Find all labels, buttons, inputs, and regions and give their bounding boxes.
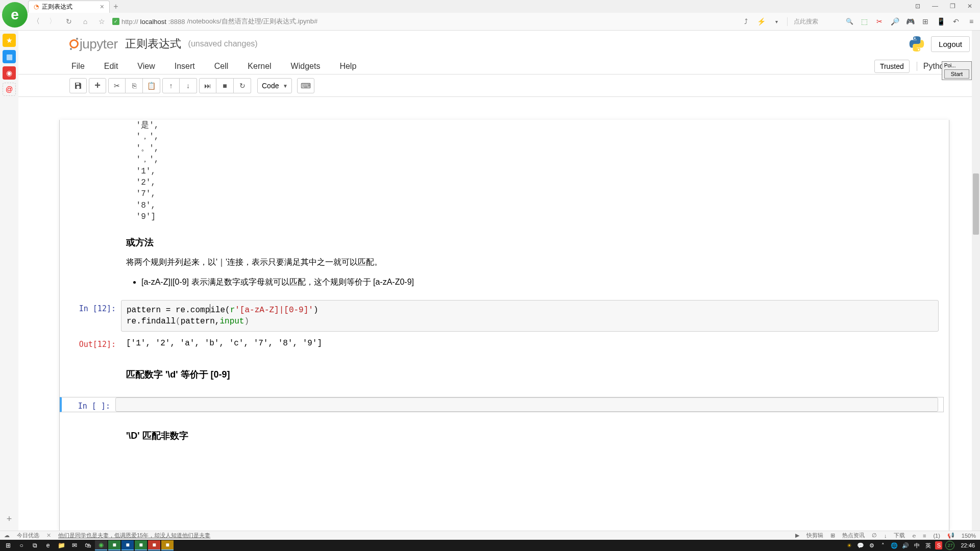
- move-down-button[interactable]: ↓: [180, 78, 197, 93]
- menu-view[interactable]: View: [135, 59, 157, 74]
- menu-file[interactable]: File: [69, 59, 87, 74]
- code-input-area[interactable]: pattern = re.compile(r'[a-zA-Z]|[0-9]')r…: [121, 300, 939, 332]
- app-icon-1[interactable]: ■: [108, 540, 120, 550]
- sidebar-app-icon-2[interactable]: @: [3, 83, 16, 96]
- taskview-icon[interactable]: ⧉: [29, 540, 41, 550]
- tab-close-icon[interactable]: ×: [100, 3, 104, 11]
- menu-icon[interactable]: ≡: [967, 17, 976, 26]
- sidebar-add-button[interactable]: +: [3, 512, 16, 525]
- markdown-cell-2[interactable]: 匹配数字 '\d' 等价于 [0-9]: [126, 355, 928, 393]
- status-sound-icon[interactable]: 📢: [947, 532, 954, 539]
- status-download-icon[interactable]: ↓: [884, 533, 887, 539]
- taskbar-clock[interactable]: 22:46: [958, 542, 978, 548]
- mobile-icon[interactable]: 📱: [936, 17, 945, 26]
- scissors-icon[interactable]: ✂: [875, 17, 884, 26]
- tray-ime-ying[interactable]: 英: [924, 541, 932, 549]
- notebook-scroll-area[interactable]: '是', '，', '。', '，', '1', '2', '7', '8', …: [59, 120, 949, 531]
- extension-icon-1[interactable]: ⬚: [860, 17, 869, 26]
- edge-icon[interactable]: e: [42, 540, 54, 550]
- status-block-icon[interactable]: ∅: [872, 532, 877, 539]
- floating-panel[interactable]: Poi... Start: [942, 61, 972, 80]
- trusted-badge[interactable]: Trusted: [874, 60, 910, 73]
- start-button[interactable]: ⊞: [2, 540, 14, 550]
- url-display[interactable]: ✓ http://localhost:8888/notebooks/自然语言处理…: [112, 17, 317, 26]
- menu-widgets[interactable]: Widgets: [289, 59, 323, 74]
- dropdown-icon[interactable]: ▾: [772, 17, 781, 26]
- stop-button[interactable]: ■: [216, 78, 234, 93]
- restart-button[interactable]: ↻: [234, 78, 251, 93]
- cell-type-select[interactable]: Code: [257, 78, 292, 93]
- window-restore-button[interactable]: ⊡: [911, 1, 925, 11]
- browser-tab[interactable]: ◔ 正则表达式 ×: [28, 1, 110, 13]
- status-list-icon[interactable]: ≡: [923, 533, 926, 539]
- mail-icon[interactable]: ✉: [68, 540, 81, 550]
- tray-icon-3[interactable]: ⚙: [868, 541, 876, 549]
- save-button[interactable]: [69, 78, 87, 93]
- jupyter-logo[interactable]: jupyter: [69, 36, 118, 52]
- status-count-icon[interactable]: (1): [933, 533, 940, 539]
- tray-battery-icon[interactable]: 27: [945, 541, 954, 550]
- app-icon-3[interactable]: ■: [135, 540, 147, 550]
- menu-kernel[interactable]: Kernel: [246, 59, 273, 74]
- logout-button[interactable]: Logout: [931, 36, 970, 52]
- status-news-label[interactable]: 热点资讯: [842, 532, 865, 539]
- app-icon-4[interactable]: ■: [148, 540, 160, 550]
- nav-back-button[interactable]: 〈: [31, 16, 42, 27]
- nav-forward-button[interactable]: 〉: [47, 16, 58, 27]
- game-icon[interactable]: 🎮: [905, 17, 915, 26]
- window-minimize-button[interactable]: —: [928, 1, 942, 11]
- markdown-cell-3[interactable]: '\D' 匹配非数字: [126, 416, 928, 454]
- status-clip-icon[interactable]: ▶: [795, 532, 799, 539]
- new-tab-button[interactable]: +: [110, 1, 122, 13]
- nav-reload-button[interactable]: ↻: [63, 16, 75, 27]
- menu-help[interactable]: Help: [337, 59, 358, 74]
- nav-star-button[interactable]: ☆: [96, 16, 107, 27]
- scrollbar-thumb[interactable]: [973, 173, 979, 235]
- search-input[interactable]: 点此搜索 🔍: [787, 17, 853, 26]
- app-icon-5[interactable]: ■: [161, 540, 174, 550]
- run-button[interactable]: ⏭: [199, 78, 216, 93]
- share-icon[interactable]: ⤴: [741, 17, 750, 26]
- sidebar-app-icon-1[interactable]: ▦: [3, 50, 16, 63]
- window-maximize-button[interactable]: ❐: [945, 1, 960, 11]
- status-download-label[interactable]: 下载: [894, 532, 905, 539]
- tray-wechat-icon[interactable]: 💬: [856, 541, 865, 549]
- float-start-button[interactable]: Start: [944, 69, 969, 79]
- tray-chevron-icon[interactable]: ˄: [879, 541, 887, 549]
- code-input-empty[interactable]: [115, 397, 938, 412]
- undo-icon[interactable]: ↶: [951, 17, 961, 26]
- status-zoom[interactable]: 150%: [962, 533, 976, 539]
- status-news-icon[interactable]: ⊞: [830, 532, 835, 539]
- app-icon-2[interactable]: ■: [121, 540, 134, 550]
- explorer-icon[interactable]: 📁: [55, 540, 67, 550]
- tray-network-icon[interactable]: 🌐: [890, 541, 898, 549]
- status-e-icon[interactable]: ℮: [912, 533, 916, 539]
- command-palette-button[interactable]: ⌨: [297, 78, 314, 93]
- code-cell-12[interactable]: In [12]: pattern = re.compile(r'[a-zA-Z]…: [65, 300, 944, 332]
- tray-volume-icon[interactable]: 🔊: [901, 541, 910, 549]
- tray-ime-zhong[interactable]: 中: [913, 541, 921, 549]
- menu-edit[interactable]: Edit: [102, 59, 120, 74]
- window-close-button[interactable]: ✕: [963, 1, 977, 11]
- tray-sogou-icon[interactable]: S: [935, 541, 942, 549]
- markdown-cell-1[interactable]: 或方法 将两个规则并列起来，以'｜'连接，表示只要满足其中之一就可以匹配。 [a…: [126, 223, 928, 296]
- menu-insert[interactable]: Insert: [173, 59, 197, 74]
- status-close-icon[interactable]: ✕: [46, 532, 51, 539]
- cortana-icon[interactable]: ○: [15, 540, 28, 550]
- 360browser-icon[interactable]: ◉: [95, 540, 107, 550]
- notebook-title[interactable]: 正则表达式: [125, 36, 181, 52]
- zoom-icon[interactable]: 🔎: [890, 17, 899, 26]
- status-clip-label[interactable]: 快剪辑: [806, 532, 823, 539]
- sidebar-weibo-icon[interactable]: ◉: [3, 66, 16, 80]
- status-weather-icon[interactable]: ☁: [4, 532, 10, 539]
- scrollbar-track[interactable]: [972, 31, 980, 531]
- grid-icon[interactable]: ⊞: [921, 17, 930, 26]
- menu-cell[interactable]: Cell: [212, 59, 231, 74]
- bolt-icon[interactable]: ⚡: [756, 17, 766, 26]
- nav-home-button[interactable]: ⌂: [80, 16, 91, 27]
- sidebar-favorites-icon[interactable]: ★: [3, 34, 16, 47]
- move-up-button[interactable]: ↑: [162, 78, 180, 93]
- status-left-1[interactable]: 今日优选: [17, 532, 39, 539]
- store-icon[interactable]: 🛍: [82, 540, 94, 550]
- copy-button[interactable]: ⎘: [126, 78, 143, 93]
